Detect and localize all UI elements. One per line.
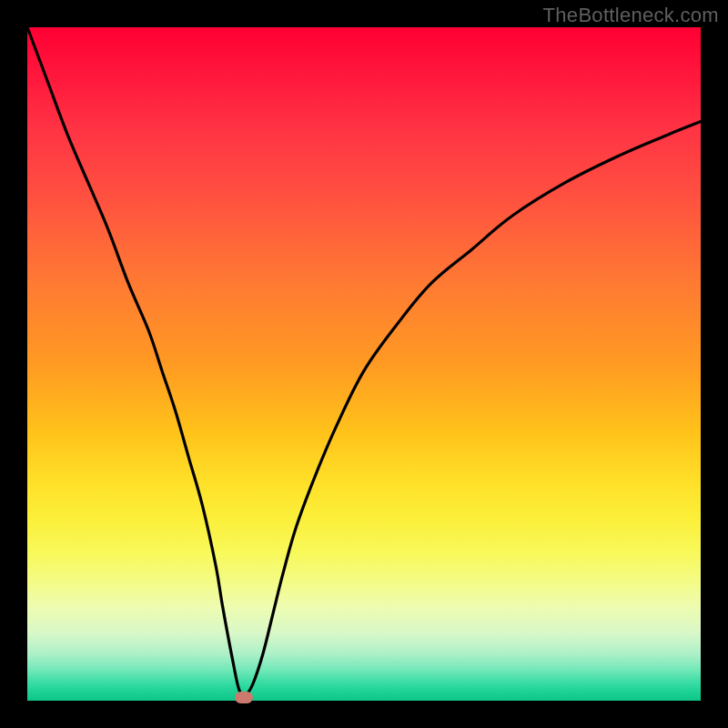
- bottleneck-curve: [27, 27, 701, 701]
- watermark-text: TheBottleneck.com: [543, 4, 719, 27]
- plot-area: [27, 27, 701, 701]
- optimum-marker: [235, 692, 253, 703]
